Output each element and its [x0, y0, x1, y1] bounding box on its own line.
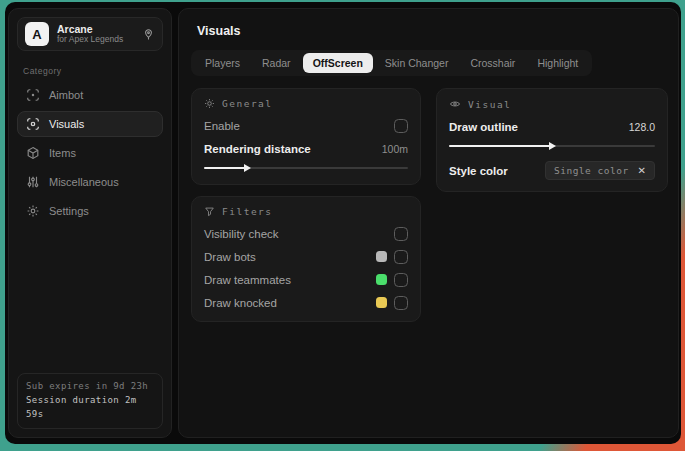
- close-icon[interactable]: ✕: [638, 166, 646, 176]
- tab-players[interactable]: Players: [195, 53, 250, 73]
- main-content: Visuals Players Radar OffScreen Skin Cha…: [178, 8, 679, 438]
- sidebar-menu: Aimbot Visuals: [17, 82, 163, 224]
- app-header-card: A Arcane for Apex Legends: [17, 17, 163, 51]
- sidebar-item-settings[interactable]: Settings: [17, 198, 163, 224]
- visibility-check-row: Visibility check: [204, 226, 408, 241]
- draw-knocked-row: Draw knocked: [204, 295, 408, 310]
- pin-icon[interactable]: [142, 28, 155, 41]
- app-logo: A: [25, 22, 49, 46]
- sidebar: A Arcane for Apex Legends Category: [8, 8, 172, 438]
- visual-panel: Visual Draw outline 128.0 Style color: [436, 88, 668, 192]
- visuals-tabbar: Players Radar OffScreen Skin Changer Cro…: [191, 50, 592, 76]
- tab-crosshair[interactable]: Crosshair: [460, 53, 525, 73]
- sidebar-item-label: Miscellaneous: [49, 176, 119, 188]
- sidebar-item-label: Visuals: [49, 118, 84, 130]
- draw-outline-slider[interactable]: [449, 141, 655, 151]
- subscription-info-card: Sub expires in 9d 23h Session duration 2…: [17, 373, 163, 429]
- style-color-select[interactable]: Single color ✕: [545, 161, 655, 180]
- sidebar-item-aimbot[interactable]: Aimbot: [17, 82, 163, 108]
- draw-outline-row: Draw outline 128.0: [449, 119, 655, 134]
- style-color-value: Single color: [554, 165, 629, 176]
- tab-highlight[interactable]: Highlight: [527, 53, 588, 73]
- filters-panel-header: Filters: [204, 206, 408, 217]
- rendering-distance-slider[interactable]: [204, 163, 408, 173]
- enable-row: Enable: [204, 118, 408, 133]
- draw-teammates-checkbox[interactable]: [394, 273, 408, 287]
- items-icon: [26, 146, 40, 160]
- sub-expires-text: Sub expires in 9d 23h: [26, 380, 154, 394]
- draw-bots-label: Draw bots: [204, 251, 256, 263]
- draw-knocked-color-swatch[interactable]: [376, 297, 387, 308]
- style-color-row: Style color Single color ✕: [449, 161, 655, 180]
- sidebar-item-visuals[interactable]: Visuals: [17, 111, 163, 137]
- draw-bots-row: Draw bots: [204, 249, 408, 264]
- draw-teammates-row: Draw teammates: [204, 272, 408, 287]
- app-window: A Arcane for Apex Legends Category: [5, 2, 681, 444]
- draw-outline-value: 128.0: [629, 121, 655, 133]
- tab-radar[interactable]: Radar: [252, 53, 301, 73]
- slider-fill: [204, 167, 245, 169]
- slider-thumb-arrow[interactable]: [244, 164, 251, 172]
- category-label: Category: [23, 66, 157, 76]
- app-title-block: Arcane for Apex Legends: [57, 23, 134, 45]
- draw-teammates-color-swatch[interactable]: [376, 274, 387, 285]
- visuals-icon: [26, 117, 40, 131]
- visibility-check-label: Visibility check: [204, 228, 279, 240]
- draw-bots-color-swatch[interactable]: [376, 251, 387, 262]
- tab-offscreen[interactable]: OffScreen: [303, 53, 373, 73]
- visual-panel-title: Visual: [468, 99, 511, 110]
- slider-fill: [449, 145, 550, 147]
- funnel-icon: [204, 206, 215, 217]
- sidebar-item-label: Aimbot: [49, 89, 83, 101]
- sidebar-item-items[interactable]: Items: [17, 140, 163, 166]
- general-panel-header: General: [204, 98, 408, 109]
- rendering-distance-value: 100m: [382, 143, 408, 155]
- sun-icon: [204, 98, 215, 109]
- general-panel-title: General: [222, 98, 273, 109]
- sidebar-item-label: Settings: [49, 205, 89, 217]
- visual-panel-header: Visual: [449, 98, 655, 110]
- filters-panel: Filters Visibility check Draw bots: [191, 196, 421, 322]
- draw-teammates-label: Draw teammates: [204, 274, 291, 286]
- enable-label: Enable: [204, 120, 240, 132]
- draw-outline-label: Draw outline: [449, 121, 518, 133]
- style-color-label: Style color: [449, 165, 508, 177]
- rendering-distance-label: Rendering distance: [204, 143, 311, 155]
- rendering-distance-row: Rendering distance 100m: [204, 141, 408, 156]
- general-panel: General Enable Rendering distance 100m: [191, 88, 421, 185]
- aimbot-icon: [26, 88, 40, 102]
- visibility-check-checkbox[interactable]: [394, 227, 408, 241]
- sidebar-item-label: Items: [49, 147, 76, 159]
- page-title: Visuals: [179, 9, 678, 38]
- slider-thumb-arrow[interactable]: [549, 142, 556, 150]
- filters-panel-title: Filters: [222, 206, 273, 217]
- sliders-icon: [26, 175, 40, 189]
- draw-knocked-label: Draw knocked: [204, 297, 277, 309]
- enable-checkbox[interactable]: [394, 119, 408, 133]
- draw-knocked-checkbox[interactable]: [394, 296, 408, 310]
- panels-area: General Enable Rendering distance 100m: [191, 88, 678, 322]
- tab-skin-changer[interactable]: Skin Changer: [375, 53, 459, 73]
- draw-bots-checkbox[interactable]: [394, 250, 408, 264]
- gear-icon: [26, 204, 40, 218]
- app-subtitle: for Apex Legends: [57, 35, 134, 45]
- sidebar-item-miscellaneous[interactable]: Miscellaneous: [17, 169, 163, 195]
- session-duration-text: Session duration 2m 59s: [26, 394, 154, 422]
- eye-icon: [449, 98, 461, 110]
